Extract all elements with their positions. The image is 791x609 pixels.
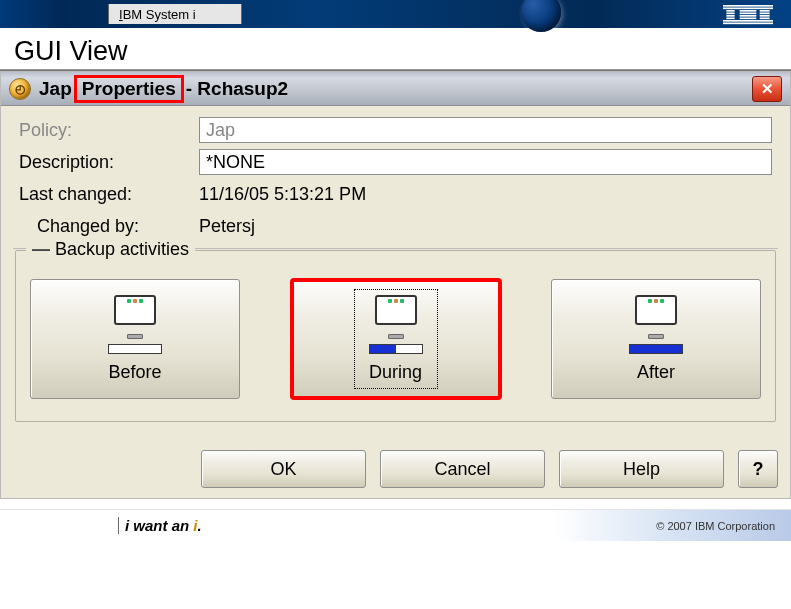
whats-this-button[interactable]: ? [738, 450, 778, 488]
dialog-title-bar: ◴ Jap Properties - Rchasup2 ✕ [1, 72, 790, 106]
svg-rect-8 [726, 15, 734, 17]
svg-rect-4 [760, 10, 770, 12]
title-highlight: Properties [74, 75, 184, 103]
page-title: GUI View [14, 36, 777, 67]
svg-rect-13 [760, 18, 770, 20]
close-button[interactable]: ✕ [752, 76, 782, 102]
computer-icon [371, 295, 421, 339]
progress-half-icon [369, 344, 423, 354]
page-title-row: GUI View [0, 28, 791, 70]
activity-before-button[interactable]: Before [30, 279, 240, 399]
svg-rect-6 [740, 13, 757, 15]
changed-by-label: Changed by: [19, 216, 199, 237]
svg-rect-11 [726, 18, 734, 20]
svg-rect-10 [760, 15, 770, 17]
help-button[interactable]: Help [559, 450, 724, 488]
cancel-button[interactable]: Cancel [380, 450, 545, 488]
ok-button[interactable]: OK [201, 450, 366, 488]
activity-during-button[interactable]: During [291, 279, 501, 399]
activity-after-button[interactable]: After [551, 279, 761, 399]
description-input[interactable] [199, 149, 772, 175]
computer-icon [631, 295, 681, 339]
group-legend: Backup activities [32, 239, 189, 259]
activity-label: Before [108, 362, 161, 383]
description-label: Description: [19, 152, 199, 173]
ibm-logo-icon [723, 4, 773, 26]
svg-rect-12 [740, 18, 757, 20]
close-icon: ✕ [761, 80, 774, 98]
copyright: © 2007 IBM Corporation [656, 520, 775, 532]
product-label-container: IBM System i [108, 4, 242, 24]
dialog-title: Jap Properties - Rchasup2 [39, 75, 288, 103]
svg-rect-9 [740, 15, 757, 17]
svg-rect-5 [726, 13, 734, 15]
backup-activities-group: Backup activities Before [15, 250, 776, 422]
svg-rect-14 [723, 20, 773, 22]
svg-rect-15 [723, 23, 773, 25]
focus-ring: During [354, 289, 438, 389]
slide-footer: i want an i. © 2007 IBM Corporation [0, 509, 791, 541]
slide-top-bar: IBM System i [0, 0, 791, 28]
product-label: IBM System i [119, 7, 196, 22]
tagline: i want an i. [118, 517, 202, 534]
compass-icon: ◴ [9, 78, 31, 100]
activity-label: During [369, 362, 422, 383]
policy-label: Policy: [19, 120, 199, 141]
policy-input [199, 117, 772, 143]
changed-by-value: Petersj [199, 216, 255, 237]
dialog-button-row: OK Cancel Help ? [1, 446, 790, 498]
progress-full-icon [629, 344, 683, 354]
svg-rect-7 [760, 13, 770, 15]
properties-dialog: ◴ Jap Properties - Rchasup2 ✕ Policy: De… [0, 71, 791, 499]
svg-rect-1 [723, 8, 773, 10]
decorative-sphere-icon [521, 0, 561, 32]
last-changed-label: Last changed: [19, 184, 199, 205]
svg-rect-3 [740, 10, 757, 12]
svg-rect-2 [726, 10, 734, 12]
progress-empty-icon [108, 344, 162, 354]
computer-icon [110, 295, 160, 339]
last-changed-value: 11/16/05 5:13:21 PM [199, 184, 366, 205]
svg-rect-0 [723, 5, 773, 7]
activity-label: After [637, 362, 675, 383]
form-area: Policy: Description: Last changed: 11/16… [1, 106, 790, 246]
